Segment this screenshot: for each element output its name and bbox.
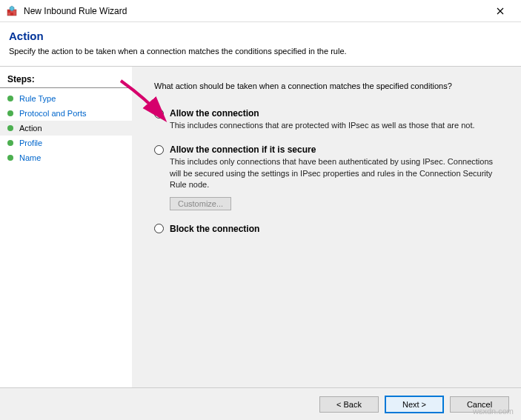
step-label: Action (19, 124, 42, 133)
step-label: Name (19, 153, 41, 162)
bullet-icon (7, 96, 13, 101)
page-title: Action (9, 30, 512, 42)
step-rule-type[interactable]: Rule Type (0, 91, 132, 106)
header-section: Action Specify the action to be taken wh… (0, 22, 521, 66)
back-button[interactable]: < Back (319, 396, 379, 413)
option-row[interactable]: Block the connection (154, 224, 506, 234)
step-protocol-and-ports[interactable]: Protocol and Ports (0, 106, 132, 121)
option-label: Allow the connection if it is secure (170, 144, 316, 155)
page-subtitle: Specify the action to be taken when a co… (9, 47, 512, 56)
footer: < Back Next > Cancel (0, 387, 521, 420)
radio-block[interactable] (154, 224, 164, 233)
content-panel: What action should be taken when a conne… (132, 67, 521, 390)
step-label: Profile (19, 139, 42, 147)
bullet-icon (7, 140, 13, 146)
firewall-icon (6, 5, 18, 17)
titlebar: New Inbound Rule Wizard (0, 0, 521, 22)
watermark: wsxdn.com (473, 407, 514, 416)
wizard-body: Steps: Rule Type Protocol and Ports Acti… (0, 67, 521, 390)
svg-rect-1 (7, 10, 10, 13)
steps-title: Steps: (0, 71, 132, 88)
option-row[interactable]: Allow the connection if it is secure (154, 144, 506, 155)
radio-allow[interactable] (154, 109, 164, 119)
bullet-icon (7, 155, 13, 161)
bullet-icon (7, 110, 13, 116)
bullet-icon (7, 125, 13, 131)
window-title: New Inbound Rule Wizard (24, 6, 485, 16)
radio-allow-secure[interactable] (154, 145, 164, 155)
action-question: What action should be taken when a conne… (154, 81, 506, 90)
option-block-connection: Block the connection (154, 224, 506, 234)
option-allow-connection: Allow the connection This includes conne… (154, 108, 506, 131)
step-label: Protocol and Ports (19, 109, 87, 118)
option-allow-if-secure: Allow the connection if it is secure Thi… (154, 144, 506, 210)
step-profile[interactable]: Profile (0, 136, 132, 150)
step-name[interactable]: Name (0, 150, 132, 165)
customize-button: Customize... (170, 197, 231, 210)
svg-rect-2 (10, 13, 13, 16)
next-button[interactable]: Next > (385, 396, 444, 413)
step-label: Rule Type (19, 94, 56, 103)
option-desc: This includes only connections that have… (170, 156, 506, 190)
step-action[interactable]: Action (0, 121, 132, 136)
option-label: Allow the connection (170, 108, 259, 119)
close-button[interactable] (485, 1, 515, 21)
option-desc: This includes connections that are prote… (170, 120, 506, 131)
steps-panel: Steps: Rule Type Protocol and Ports Acti… (0, 67, 132, 390)
option-row[interactable]: Allow the connection (154, 108, 506, 119)
option-label: Block the connection (170, 224, 259, 234)
